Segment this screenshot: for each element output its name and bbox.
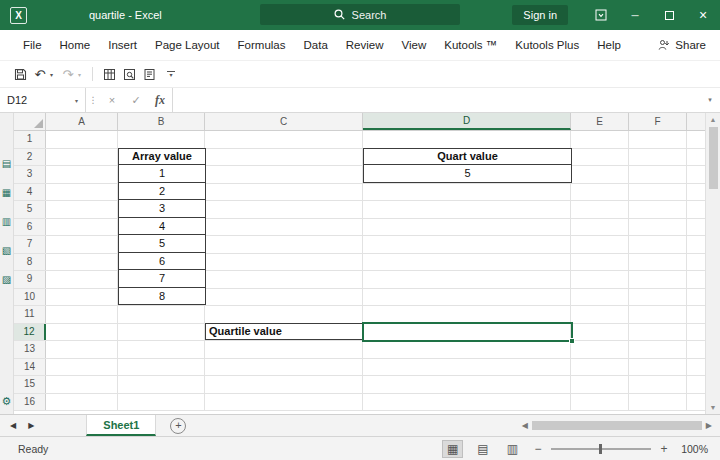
cell-A9[interactable] <box>46 271 118 288</box>
name-box[interactable]: D12 ▾ <box>0 88 86 112</box>
cell-D13[interactable] <box>363 341 571 358</box>
cell-E13[interactable] <box>571 341 629 358</box>
page-layout-view-button[interactable]: ▤ <box>473 441 492 457</box>
tab-file[interactable]: File <box>14 30 51 60</box>
cell-C11[interactable] <box>205 306 363 323</box>
normal-view-button[interactable]: ▦ <box>442 440 463 458</box>
cell-F4[interactable] <box>629 184 687 201</box>
cell-A11[interactable] <box>46 306 118 323</box>
row-header-11[interactable]: 11 <box>14 306 46 323</box>
page-break-view-button[interactable]: ▥ <box>503 441 522 457</box>
qat-custom-button-2[interactable] <box>119 64 139 84</box>
share-button[interactable]: Share <box>658 39 706 51</box>
cell-D4[interactable] <box>363 184 571 201</box>
cell-A4[interactable] <box>46 184 118 201</box>
zoom-level[interactable]: 100% <box>680 443 708 455</box>
cell-B6[interactable]: 4 <box>118 218 206 236</box>
cell-C12-quartile-label[interactable]: Quartile value <box>205 323 364 341</box>
cell-F2[interactable] <box>629 149 687 166</box>
cell-F10[interactable] <box>629 289 687 306</box>
cell-B3[interactable]: 1 <box>118 165 206 183</box>
cell-A5[interactable] <box>46 201 118 218</box>
selected-cell-D12[interactable] <box>362 322 573 343</box>
gear-icon[interactable]: ⚙ <box>2 395 12 408</box>
row-header-12[interactable]: 12 <box>14 324 46 341</box>
cell-B16[interactable] <box>118 394 205 411</box>
tab-kutools[interactable]: Kutools ™ <box>435 30 506 60</box>
cell-F5[interactable] <box>629 201 687 218</box>
cell-C14[interactable] <box>205 359 363 376</box>
cell-B5[interactable]: 3 <box>118 200 206 218</box>
cell-D6[interactable] <box>363 219 571 236</box>
row-header-8[interactable]: 8 <box>14 254 46 271</box>
cell-F12[interactable] <box>629 324 687 341</box>
sign-in-button[interactable]: Sign in <box>512 5 568 25</box>
search-box[interactable]: Search <box>260 4 460 25</box>
cell-B10[interactable]: 8 <box>118 288 206 306</box>
cell-F8[interactable] <box>629 254 687 271</box>
cell-E4[interactable] <box>571 184 629 201</box>
qat-custom-button-3[interactable] <box>139 64 159 84</box>
cell-B11[interactable] <box>118 306 205 323</box>
vertical-scroll-thumb[interactable] <box>709 127 718 189</box>
cell-F13[interactable] <box>629 341 687 358</box>
new-sheet-button[interactable]: + <box>170 418 186 434</box>
cell-F14[interactable] <box>629 359 687 376</box>
row-header-3[interactable]: 3 <box>14 166 46 183</box>
cell-B12[interactable] <box>118 324 205 341</box>
cell-C6[interactable] <box>205 219 363 236</box>
cell-B9[interactable]: 7 <box>118 270 206 288</box>
cell-B7[interactable]: 5 <box>118 235 206 253</box>
cell-D8[interactable] <box>363 254 571 271</box>
zoom-slider-handle[interactable] <box>599 444 602 454</box>
cell-B13[interactable] <box>118 341 205 358</box>
column-header-A[interactable]: A <box>46 113 118 130</box>
cell-A13[interactable] <box>46 341 118 358</box>
cell-E15[interactable] <box>571 376 629 393</box>
tab-review[interactable]: Review <box>337 30 393 60</box>
cell-A8[interactable] <box>46 254 118 271</box>
cell-A15[interactable] <box>46 376 118 393</box>
cell-A14[interactable] <box>46 359 118 376</box>
cell-B2-array-header[interactable]: Array value <box>118 148 206 166</box>
cell-A7[interactable] <box>46 236 118 253</box>
redo-button[interactable]: ↷ <box>58 64 78 84</box>
scroll-up-icon[interactable]: ▲ <box>710 116 717 123</box>
cell-A2[interactable] <box>46 149 118 166</box>
ribbon-display-options-button[interactable] <box>584 0 618 30</box>
cell-C4[interactable] <box>205 184 363 201</box>
excel-app-icon[interactable]: X <box>10 7 27 24</box>
cell-A6[interactable] <box>46 219 118 236</box>
cell-D10[interactable] <box>363 289 571 306</box>
close-button[interactable]: × <box>686 0 720 30</box>
cell-B4[interactable]: 2 <box>118 183 206 201</box>
cell-A3[interactable] <box>46 166 118 183</box>
cell-E6[interactable] <box>571 219 629 236</box>
pane-toggle-icon-1[interactable]: ▤ <box>2 159 11 169</box>
cell-F16[interactable] <box>629 394 687 411</box>
select-all-corner[interactable] <box>14 113 46 130</box>
zoom-out-button[interactable]: − <box>532 442 544 456</box>
fill-handle[interactable] <box>569 338 575 344</box>
tab-kutools-plus[interactable]: Kutools Plus <box>506 30 588 60</box>
cell-E7[interactable] <box>571 236 629 253</box>
cell-D14[interactable] <box>363 359 571 376</box>
tab-page-layout[interactable]: Page Layout <box>146 30 229 60</box>
cell-C1[interactable] <box>205 131 363 148</box>
previous-sheet-icon[interactable]: ◀ <box>10 421 16 430</box>
vertical-scrollbar[interactable]: ▲ ▼ <box>705 113 720 414</box>
column-header-B[interactable]: B <box>118 113 205 130</box>
pane-toggle-icon-4[interactable]: ▧ <box>2 246 11 256</box>
row-header-4[interactable]: 4 <box>14 184 46 201</box>
tab-view[interactable]: View <box>393 30 436 60</box>
tab-help[interactable]: Help <box>588 30 630 60</box>
cell-C16[interactable] <box>205 394 363 411</box>
cell-F6[interactable] <box>629 219 687 236</box>
cell-C13[interactable] <box>205 341 363 358</box>
column-header-D[interactable]: D <box>363 113 571 130</box>
cell-C8[interactable] <box>205 254 363 271</box>
row-header-1[interactable]: 1 <box>14 131 46 148</box>
cell-B14[interactable] <box>118 359 205 376</box>
zoom-in-button[interactable]: + <box>658 442 670 456</box>
cancel-entry-button[interactable]: × <box>100 94 124 106</box>
